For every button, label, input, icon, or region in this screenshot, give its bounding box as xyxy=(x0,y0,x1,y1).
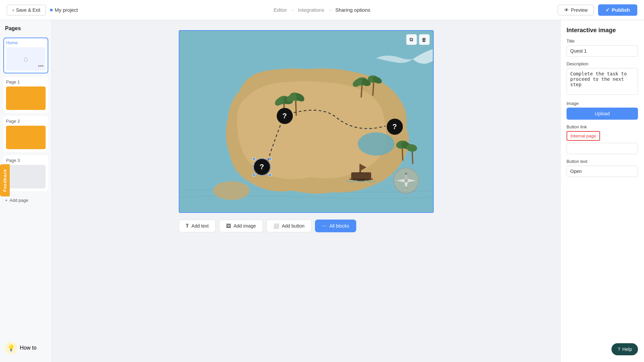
how-to-label: How to xyxy=(20,345,37,351)
image-field-label: Image xyxy=(567,101,638,106)
help-circle-icon: ? xyxy=(618,347,620,352)
page-thumb-home[interactable]: Home ⌂ ••• xyxy=(3,38,48,73)
check-icon: ✓ xyxy=(605,7,610,13)
svg-text:N: N xyxy=(405,172,407,175)
page-thumb-1[interactable]: Page 1 xyxy=(3,77,48,113)
canvas-area[interactable]: N S ⧉ 🗑 ? ? xyxy=(179,30,434,213)
question-marker-1[interactable]: ? xyxy=(277,108,293,124)
page-label-3: Page 3 xyxy=(6,158,46,163)
button-text-input[interactable] xyxy=(567,166,638,177)
preview-button[interactable]: 👁 Preview xyxy=(558,5,594,15)
button-text-field-group: Button text xyxy=(567,159,638,177)
breadcrumb-editor[interactable]: Editor xyxy=(274,7,287,13)
topbar: ‹ Save & Exit My project Editor → Integr… xyxy=(0,0,644,20)
page-options-home[interactable]: ••• xyxy=(38,63,44,69)
description-field-group: Description Complete the task to proceed… xyxy=(567,61,638,96)
title-input[interactable] xyxy=(567,45,638,57)
all-blocks-button[interactable]: ⋯ All blocks xyxy=(315,220,356,232)
bottom-toolbar: T Add text 🖼 Add image ⬜ Add button ⋯ Al… xyxy=(179,220,434,232)
breadcrumb-arrow-2: → xyxy=(328,7,332,12)
panel-title: Interactive image xyxy=(567,27,638,34)
title-field-label: Title xyxy=(567,39,638,44)
question-marker-2[interactable]: ? xyxy=(387,119,403,135)
button-icon: ⬜ xyxy=(273,223,279,229)
canvas-wrapper: N S ⧉ 🗑 ? ? xyxy=(179,30,434,232)
button-link-field-group: Button link Internal page xyxy=(567,124,638,154)
main-layout: Pages Home ⌂ ••• Page 1 Page 2 Page 3 + … xyxy=(0,20,644,362)
breadcrumb: Editor → Integrations → Sharing options xyxy=(274,7,370,13)
center-area: N S ⧉ 🗑 ? ? xyxy=(52,20,560,362)
svg-point-1 xyxy=(358,132,394,156)
svg-rect-22 xyxy=(351,172,371,180)
svg-text:S: S xyxy=(405,186,407,189)
page-label-home: Home xyxy=(6,40,46,45)
preview-label: Preview xyxy=(571,7,588,13)
page-thumb-inner-3 xyxy=(6,165,46,188)
project-dot xyxy=(50,9,53,11)
question-marker-3[interactable]: ? xyxy=(254,159,270,175)
blocks-icon: ⋯ xyxy=(322,223,327,229)
publish-button[interactable]: ✓ Publish xyxy=(598,4,637,16)
page-label-1: Page 1 xyxy=(6,79,46,84)
button-text-label: Button text xyxy=(567,159,638,164)
chevron-left-icon: ‹ xyxy=(12,7,14,13)
eye-icon: 👁 xyxy=(564,7,569,13)
button-link-row: Internal page xyxy=(567,131,638,141)
page-thumb-3[interactable]: Page 3 xyxy=(3,155,48,191)
add-text-button[interactable]: T Add text xyxy=(179,220,216,232)
internal-page-badge[interactable]: Internal page xyxy=(567,131,600,141)
add-page-button[interactable]: + Add page xyxy=(3,196,48,205)
how-to-button[interactable]: 💡 How to xyxy=(3,339,48,357)
page-thumb-inner-home: ⌂ ••• xyxy=(6,47,46,71)
topbar-left: ‹ Save & Exit My project xyxy=(7,5,78,15)
image-field-group: Image Upload xyxy=(567,101,638,120)
page-thumb-inner-2 xyxy=(6,126,46,149)
lightbulb-icon: 💡 xyxy=(5,342,17,354)
resize-handle-br[interactable] xyxy=(269,174,271,176)
page-thumb-inner-1 xyxy=(6,86,46,110)
add-text-label: Add text xyxy=(192,223,209,229)
feedback-tab[interactable]: Feedback xyxy=(0,164,10,198)
project-name: My project xyxy=(50,7,78,13)
breadcrumb-arrow-1: → xyxy=(290,7,294,12)
svg-point-32 xyxy=(213,181,250,200)
add-image-button[interactable]: 🖼 Add image xyxy=(219,220,263,232)
save-exit-label: Save & Exit xyxy=(16,7,40,13)
breadcrumb-sharing[interactable]: Sharing options xyxy=(335,7,370,13)
add-image-label: Add image xyxy=(233,223,256,229)
add-button-button[interactable]: ⬜ Add button xyxy=(266,220,312,232)
home-icon: ⌂ xyxy=(23,55,28,63)
copy-tool-button[interactable]: ⧉ xyxy=(406,34,417,45)
pages-title: Pages xyxy=(3,25,48,34)
image-icon: 🖼 xyxy=(226,223,231,229)
publish-label: Publish xyxy=(612,7,630,13)
breadcrumb-integrations[interactable]: Integrations xyxy=(298,7,324,13)
help-button[interactable]: ? Help xyxy=(611,343,638,355)
delete-tool-button[interactable]: 🗑 xyxy=(419,34,430,45)
feedback-button[interactable]: Feedback xyxy=(0,164,10,196)
save-exit-button[interactable]: ‹ Save & Exit xyxy=(7,5,46,15)
link-input[interactable] xyxy=(567,143,638,154)
resize-handle-tr[interactable] xyxy=(269,158,271,160)
title-field-group: Title xyxy=(567,39,638,57)
right-panel: Interactive image Title Description Comp… xyxy=(560,20,644,362)
add-page-label: Add page xyxy=(10,198,29,203)
page-thumb-2[interactable]: Page 2 xyxy=(3,116,48,152)
canvas-toolbar: ⧉ 🗑 xyxy=(406,34,430,45)
resize-handle-bl[interactable] xyxy=(253,174,255,176)
plus-icon: + xyxy=(5,198,8,203)
page-label-2: Page 2 xyxy=(6,119,46,124)
all-blocks-label: All blocks xyxy=(329,223,349,229)
resize-handle-tl[interactable] xyxy=(253,158,255,160)
button-link-label: Button link xyxy=(567,124,638,129)
text-icon: T xyxy=(186,223,189,229)
description-textarea[interactable]: Complete the task to proceed to the next… xyxy=(567,68,638,95)
project-name-label: My project xyxy=(55,7,78,13)
help-label: Help xyxy=(622,347,632,352)
add-button-label: Add button xyxy=(282,223,305,229)
description-field-label: Description xyxy=(567,61,638,66)
topbar-right: 👁 Preview ✓ Publish xyxy=(558,4,637,16)
upload-button[interactable]: Upload xyxy=(567,108,638,120)
